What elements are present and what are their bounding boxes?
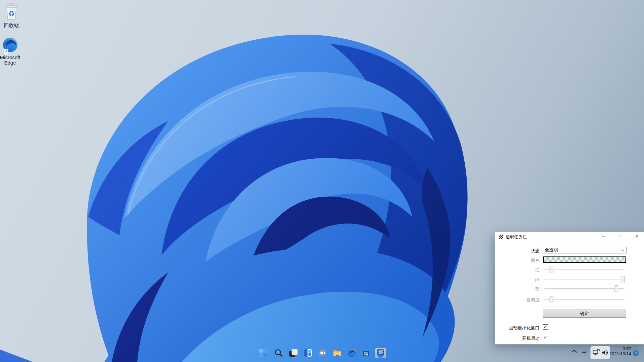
- color-label: 颜色:: [495, 257, 541, 264]
- ime-indicator[interactable]: 中: [581, 349, 587, 356]
- chevron-down-icon: [621, 249, 624, 251]
- dialog-titlebar[interactable]: 透明任务栏 ─ □ ✕: [495, 232, 644, 241]
- file-explorer-button[interactable]: [330, 346, 344, 360]
- dialog-title: 透明任务栏: [506, 234, 527, 240]
- desktop: ♻ 回收站 ↗ Microsoft Edge 透明任务栏 ─ □: [0, 0, 644, 362]
- recycle-glyph: ♻: [8, 9, 15, 18]
- close-button[interactable]: ✕: [632, 232, 642, 241]
- transparent-taskbar-dialog: 透明任务栏 ─ □ ✕ 状态: 全透明 颜色: 红: 绿: 蓝:: [495, 232, 644, 345]
- start-button[interactable]: [256, 346, 270, 360]
- edge-shortcut-label: Microsoft Edge: [0, 55, 24, 66]
- green-label: 绿:: [495, 277, 541, 283]
- chat-button[interactable]: [316, 346, 329, 360]
- blue-slider-track[interactable]: [544, 288, 624, 289]
- red-label: 红:: [495, 267, 541, 273]
- recycle-bin-label: 回收站: [0, 23, 26, 28]
- red-slider-thumb[interactable]: [549, 266, 553, 273]
- red-slider[interactable]: [544, 266, 624, 273]
- status-dropdown[interactable]: 全透明: [543, 247, 627, 253]
- transparent-taskbar-app-button[interactable]: [374, 346, 387, 360]
- transparent-taskbar-app-icon: [375, 348, 386, 358]
- edge-button[interactable]: [345, 346, 359, 360]
- opacity-slider[interactable]: [544, 296, 624, 303]
- opacity-slider-thumb[interactable]: [549, 296, 553, 303]
- edge-taskbar-icon: [348, 349, 357, 358]
- edge-desktop-shortcut[interactable]: ↗ Microsoft Edge: [0, 37, 24, 66]
- green-slider[interactable]: [544, 276, 624, 283]
- green-slider-track[interactable]: [544, 279, 624, 280]
- start-minimized-checkbox[interactable]: ✓: [543, 324, 548, 330]
- tray-date: 2021/10/14: [602, 351, 631, 356]
- recycle-bin-desktop-icon[interactable]: ♻ 回收站: [0, 3, 26, 28]
- taskbar: 中 3:57 2021/10/14 2: [0, 344, 644, 362]
- shortcut-arrow-icon: ↗: [3, 49, 8, 54]
- status-value: 全透明: [545, 247, 558, 253]
- green-slider-thumb[interactable]: [621, 276, 625, 283]
- blue-slider[interactable]: [544, 285, 624, 292]
- red-slider-track[interactable]: [544, 269, 624, 270]
- widgets-button[interactable]: [301, 346, 315, 360]
- task-view-button[interactable]: [287, 346, 300, 360]
- chat-icon: [318, 349, 327, 358]
- file-explorer-icon: [333, 349, 342, 357]
- store-icon: [362, 349, 370, 357]
- run-at-boot-checkbox[interactable]: ✓: [543, 335, 548, 340]
- minimize-button[interactable]: ─: [599, 232, 609, 241]
- search-button[interactable]: [272, 346, 285, 360]
- run-at-boot-label: 开机启动:: [495, 335, 541, 341]
- task-view-icon: [289, 349, 298, 357]
- network-icon: [593, 349, 600, 356]
- start-minimized-label: 启动最小化窗口:: [495, 325, 541, 331]
- ok-button[interactable]: 确定: [543, 310, 626, 318]
- clock[interactable]: 3:57 2021/10/14: [602, 346, 631, 356]
- widgets-icon: [303, 349, 312, 357]
- blue-slider-thumb[interactable]: [615, 285, 618, 292]
- status-label: 状态:: [495, 248, 541, 254]
- color-swatch[interactable]: [543, 256, 626, 263]
- store-button[interactable]: [359, 346, 373, 360]
- opacity-label: 透明度:: [495, 297, 541, 303]
- blue-label: 蓝:: [495, 286, 541, 292]
- app-checker-icon: [499, 235, 503, 239]
- hidden-icons-chevron[interactable]: [571, 349, 577, 353]
- tray-time: 3:57: [602, 346, 631, 351]
- maximize-button[interactable]: □: [614, 232, 624, 241]
- start-icon: [259, 349, 267, 357]
- opacity-slider-track[interactable]: [544, 299, 624, 300]
- recycle-bin-icon: ♻: [4, 3, 19, 21]
- notification-badge[interactable]: 2: [633, 350, 639, 356]
- search-icon: [274, 349, 283, 357]
